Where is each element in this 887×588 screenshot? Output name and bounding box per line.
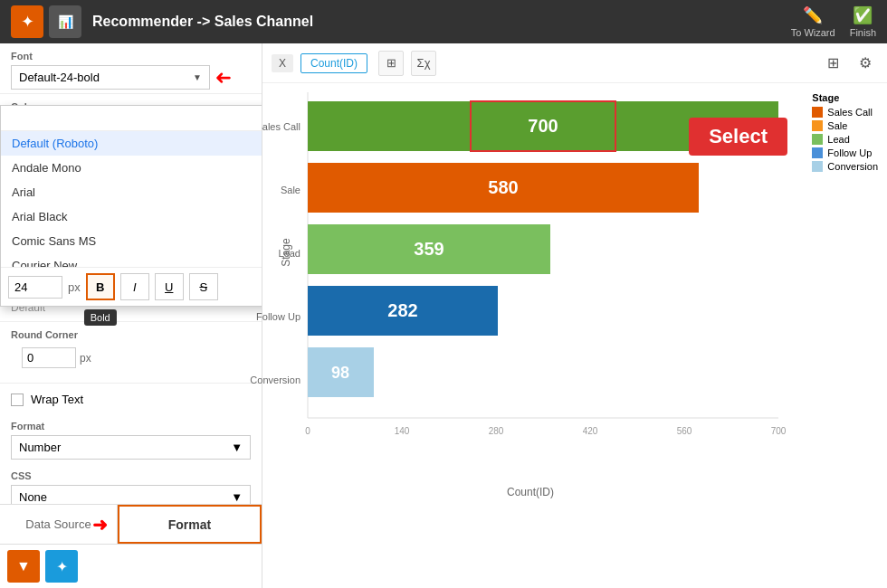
wizard-button[interactable]: ✏️ To Wizard bbox=[791, 5, 835, 38]
legend-lead: Lead bbox=[812, 134, 878, 145]
plus-button[interactable]: ✦ bbox=[45, 550, 78, 583]
svg-text:359: 359 bbox=[414, 239, 444, 259]
page-title: Recommender -> Sales Channel bbox=[92, 14, 773, 30]
round-corner-input[interactable] bbox=[22, 347, 76, 368]
left-panel: Font Default-24-bold ▼ ➜ ✓ Default (Robo… bbox=[0, 43, 262, 588]
css-dropdown-arrow-icon: ▼ bbox=[231, 490, 243, 504]
topbar: ✦ 📊 Recommender -> Sales Channel ✏️ To W… bbox=[0, 0, 887, 43]
chart-container: Select Stage Sales Call Sale Lead bbox=[262, 83, 887, 588]
format-label: Format bbox=[11, 421, 251, 432]
svg-text:Sale: Sale bbox=[281, 185, 300, 195]
legend-sales-call: Sales Call bbox=[812, 107, 878, 118]
underline-button[interactable]: U bbox=[155, 273, 184, 300]
bold-tooltip: Bold bbox=[84, 309, 117, 326]
main-layout: Font Default-24-bold ▼ ➜ ✓ Default (Robo… bbox=[0, 43, 887, 588]
css-value: None bbox=[19, 490, 47, 504]
x-axis-label: Count(ID) bbox=[308, 486, 878, 498]
css-dropdown[interactable]: None ▼ bbox=[11, 485, 251, 504]
red-arrow-icon: ➜ bbox=[215, 66, 232, 90]
format-dropdown[interactable]: Number ▼ bbox=[11, 435, 251, 460]
svg-text:700: 700 bbox=[528, 116, 558, 136]
font-popup: ✓ Default (Roboto) Andale Mono Arial Ari… bbox=[0, 105, 262, 307]
chart-icon-1[interactable]: ⊞ bbox=[378, 51, 404, 76]
font-dropdown[interactable]: Default-24-bold ▼ bbox=[11, 65, 210, 90]
bold-button[interactable]: B bbox=[86, 273, 115, 300]
finish-button[interactable]: ✅ Finish bbox=[850, 5, 876, 38]
svg-text:700: 700 bbox=[771, 426, 787, 436]
round-row: px bbox=[11, 344, 251, 375]
legend-followup: Follow Up bbox=[812, 147, 878, 158]
font-label: Font bbox=[11, 51, 251, 62]
legend-color-lead bbox=[812, 134, 823, 145]
svg-text:580: 580 bbox=[488, 177, 518, 197]
font-item-andale[interactable]: Andale Mono bbox=[1, 156, 262, 180]
svg-text:280: 280 bbox=[489, 426, 504, 436]
strike-button[interactable]: S bbox=[189, 273, 218, 300]
svg-text:Sales Call: Sales Call bbox=[255, 121, 300, 132]
font-item-arialblack[interactable]: Arial Black bbox=[1, 204, 262, 229]
font-size-unit: px bbox=[68, 280, 81, 294]
svg-text:560: 560 bbox=[677, 426, 692, 436]
font-item-comic[interactable]: Comic Sans MS bbox=[1, 229, 262, 253]
wizard-icon: ✏️ bbox=[803, 5, 823, 25]
format-section: Format Number ▼ bbox=[0, 415, 262, 465]
font-size-input[interactable] bbox=[8, 276, 62, 299]
font-style-row: px B Bold I U S bbox=[1, 267, 262, 306]
svg-text:Follow Up: Follow Up bbox=[256, 311, 300, 322]
svg-text:Conversion: Conversion bbox=[250, 375, 300, 385]
font-item-default[interactable]: Default (Roboto) bbox=[1, 131, 262, 156]
css-label: CSS bbox=[11, 470, 251, 481]
x-axis-tag: X bbox=[272, 54, 293, 72]
logo-orange: ✦ bbox=[11, 5, 43, 38]
select-label: Select bbox=[689, 118, 787, 156]
legend-color-sale bbox=[812, 120, 823, 131]
svg-text:98: 98 bbox=[331, 364, 349, 382]
svg-text:282: 282 bbox=[387, 300, 417, 320]
bottom-icons: ▼ ✦ bbox=[0, 544, 262, 588]
legend-title: Stage bbox=[812, 92, 878, 103]
font-item-arial[interactable]: Arial bbox=[1, 180, 262, 204]
settings-icon[interactable]: ⚙ bbox=[853, 51, 878, 76]
font-item-courier[interactable]: Courier New bbox=[1, 253, 262, 267]
legend-color-sales-call bbox=[812, 107, 823, 118]
sigma-icon[interactable]: Σχ bbox=[411, 51, 436, 76]
svg-text:0: 0 bbox=[305, 426, 310, 436]
wrap-text-checkbox[interactable] bbox=[11, 394, 24, 406]
round-corner-section: Round Corner px bbox=[0, 322, 262, 384]
dropdown-arrow-icon: ▼ bbox=[193, 72, 202, 82]
format-tab[interactable]: ➜ Format bbox=[118, 505, 262, 544]
bottom-tab-row: Data Source ➜ Format bbox=[0, 504, 262, 544]
wrap-text-section: Wrap Text bbox=[0, 384, 262, 415]
format-value: Number bbox=[19, 441, 61, 454]
finish-icon: ✅ bbox=[853, 5, 873, 25]
legend-color-followup bbox=[812, 147, 823, 158]
field-tag[interactable]: Count(ID) bbox=[300, 53, 367, 73]
round-corner-label: Round Corner bbox=[11, 329, 251, 340]
font-list[interactable]: Default (Roboto) Andale Mono Arial Arial… bbox=[1, 131, 262, 267]
round-px-label: px bbox=[80, 352, 91, 365]
logo-chart: 📊 bbox=[49, 5, 81, 38]
font-value: Default-24-bold bbox=[19, 71, 100, 84]
css-section: CSS None ▼ bbox=[0, 465, 262, 504]
legend-color-conversion bbox=[812, 161, 823, 172]
chart-toolbar: X Count(ID) ⊞ Σχ ⊞ ⚙ bbox=[262, 43, 887, 83]
svg-text:420: 420 bbox=[583, 426, 598, 436]
format-dropdown-arrow-icon: ▼ bbox=[231, 441, 243, 454]
filter-button[interactable]: ▼ bbox=[7, 550, 40, 583]
svg-text:140: 140 bbox=[395, 426, 410, 436]
format-arrow-icon: ➜ bbox=[92, 514, 108, 536]
legend: Stage Sales Call Sale Lead Follow Up bbox=[812, 92, 878, 175]
legend-sale: Sale bbox=[812, 120, 878, 131]
italic-button[interactable]: I bbox=[120, 273, 149, 300]
right-panel: X Count(ID) ⊞ Σχ ⊞ ⚙ Select Stage Sales … bbox=[262, 43, 887, 588]
legend-conversion: Conversion bbox=[812, 161, 878, 172]
chart-type-icon[interactable]: ⊞ bbox=[820, 51, 845, 76]
y-axis-label: Stage bbox=[280, 238, 292, 266]
wrap-text-label: Wrap Text bbox=[31, 393, 83, 406]
